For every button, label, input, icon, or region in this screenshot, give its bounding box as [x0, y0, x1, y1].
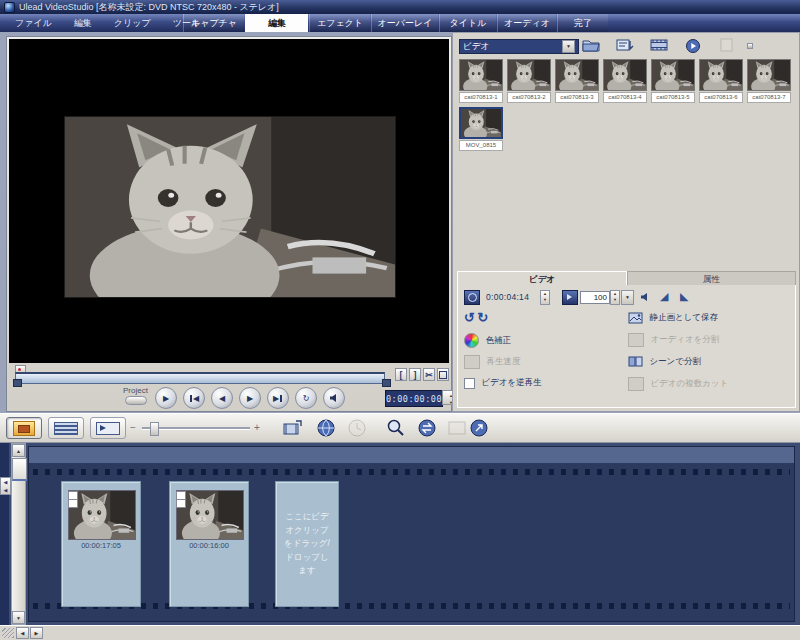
fade-out-button[interactable]: ◣: [680, 290, 688, 303]
storyboard-view-button[interactable]: [6, 417, 42, 439]
thumbnail-image: [459, 59, 503, 91]
split-by-scene-icon: [628, 355, 643, 368]
storyboard-clip[interactable]: 00:00:16:00: [169, 481, 249, 607]
zoom-project-button[interactable]: [385, 418, 407, 440]
enlarge-preview-button[interactable]: [437, 368, 449, 381]
clock-icon: [347, 418, 367, 438]
volume-spinner[interactable]: ▲▼: [610, 290, 620, 305]
batch-convert-button[interactable]: [416, 418, 438, 440]
zoom-in-button[interactable]: +: [254, 422, 260, 433]
rotate-left-button[interactable]: ↺: [464, 311, 475, 325]
thumbnail-label: cat070813-5: [651, 92, 695, 103]
panel-collapse-button[interactable]: [747, 43, 753, 49]
tab-title[interactable]: タイトル: [439, 14, 496, 32]
menu-file[interactable]: ファイル: [4, 14, 63, 32]
repeat-button[interactable]: ↻: [295, 387, 317, 409]
scroll-right-button[interactable]: ▶: [30, 627, 43, 639]
tab-video-options[interactable]: ビデオ: [457, 271, 627, 286]
rotate-right-button[interactable]: ↻: [477, 311, 488, 325]
mark-out-button[interactable]: ]: [409, 368, 421, 381]
library-thumbnail-selected[interactable]: MOV_0815: [459, 107, 503, 151]
library-thumbnail[interactable]: cat070813-6: [699, 59, 743, 103]
storyboard-area: ◀◀ ▲ ▼ 00:00:17:05: [0, 443, 800, 625]
insert-media-button[interactable]: [282, 418, 304, 440]
library-thumbnail[interactable]: cat070813-7: [747, 59, 791, 103]
enlarge-timeline-button[interactable]: [468, 418, 490, 440]
play-button[interactable]: ▶: [155, 387, 177, 409]
horizontal-scrollbar[interactable]: ◀ ▶: [0, 625, 800, 640]
go-end-button[interactable]: ▶: [267, 387, 289, 409]
tab-edit[interactable]: 編集: [245, 14, 308, 32]
split-audio-label: オーディオを分割: [650, 334, 719, 344]
panel-splitter-handle[interactable]: ◀◀: [0, 477, 11, 495]
next-frame-button[interactable]: ▶: [239, 387, 261, 409]
filmstrip-icon: [650, 38, 668, 52]
zoom-out-button[interactable]: −: [130, 422, 136, 433]
sort-clips-button[interactable]: [615, 38, 635, 54]
system-volume-button[interactable]: [323, 387, 345, 409]
scrollbar-thumb[interactable]: [12, 458, 27, 481]
title-bar: Ulead VideoStudio [名称未設定: DVD NTSC 720x4…: [0, 0, 800, 14]
library-folder-select[interactable]: ビデオ ▼: [459, 39, 579, 54]
mark-in-button[interactable]: [: [395, 368, 407, 381]
library-thumbnail[interactable]: cat070813-2: [507, 59, 551, 103]
resize-grip[interactable]: [2, 628, 14, 638]
clip-thumbnail: [176, 490, 244, 540]
tab-capture[interactable]: キャプチャ: [183, 14, 244, 32]
proxy-icon: [447, 419, 467, 437]
multi-trim-icon: [628, 377, 644, 391]
fade-in-button[interactable]: ◢: [660, 290, 668, 303]
storyboard-drop-slot[interactable]: ここにビデオクリップをドラッグ/ドロップします: [275, 481, 339, 607]
cut-clip-button[interactable]: ✂: [423, 368, 435, 381]
tab-share[interactable]: 完了: [557, 14, 608, 32]
chevron-down-icon: ▼: [562, 40, 575, 53]
reverse-playback-label[interactable]: ビデオを逆再生: [481, 377, 541, 387]
project-clip-toggle[interactable]: [125, 396, 147, 405]
library-extra-button[interactable]: [717, 38, 737, 54]
menu-edit[interactable]: 編集: [63, 14, 103, 32]
duration-spinner[interactable]: ▲▼: [540, 290, 550, 305]
library-thumbnail[interactable]: cat070813-5: [651, 59, 695, 103]
library-folder-value: ビデオ: [463, 41, 489, 53]
tab-audio[interactable]: オーディオ: [497, 14, 556, 32]
audio-view-icon: [96, 422, 120, 435]
save-still-label[interactable]: 静止画として保存: [649, 312, 718, 322]
grayed-page-icon: [719, 38, 735, 52]
track-manager-button[interactable]: [346, 418, 368, 440]
prev-frame-button[interactable]: ◀: [211, 387, 233, 409]
mute-icon[interactable]: [640, 292, 650, 302]
menu-bar: ファイル 編集 クリップ ツール キャプチャ 編集 エフェクト オーバーレイ タ…: [0, 14, 800, 32]
app-logo-icon: [4, 2, 15, 13]
video-frame: [65, 117, 395, 297]
scroll-down-button[interactable]: ▼: [12, 611, 25, 624]
go-start-button[interactable]: ◀: [183, 387, 205, 409]
trim-scrubber[interactable]: [15, 372, 385, 384]
scroll-up-button[interactable]: ▲: [12, 444, 25, 457]
split-by-scene-label[interactable]: シーンで分割: [649, 356, 701, 366]
library-thumbnail[interactable]: cat070813-4: [603, 59, 647, 103]
reverse-playback-checkbox[interactable]: [464, 378, 475, 389]
filmstrip-view-button[interactable]: [649, 38, 669, 54]
load-media-button[interactable]: [581, 38, 601, 54]
library-thumbnail[interactable]: cat070813-1: [459, 59, 503, 103]
options-menu-button[interactable]: [683, 38, 703, 54]
multi-trim-label: ビデオの複数カット: [650, 378, 728, 388]
zoom-slider-thumb[interactable]: [150, 422, 159, 436]
vertical-scrollbar[interactable]: ▲ ▼: [11, 443, 26, 625]
audio-view-button[interactable]: [90, 417, 126, 439]
menu-clip[interactable]: クリップ: [103, 14, 162, 32]
smart-proxy-button[interactable]: [446, 418, 468, 440]
browse-media-button[interactable]: [315, 418, 337, 440]
volume-field[interactable]: 100: [580, 291, 610, 304]
volume-dropdown[interactable]: ▼: [621, 290, 634, 305]
next-frame-icon: ▶: [247, 394, 253, 403]
tab-effect[interactable]: エフェクト: [309, 14, 370, 32]
play-icon: ▶: [163, 394, 169, 403]
timeline-view-button[interactable]: [48, 417, 84, 439]
tab-overlay[interactable]: オーバーレイ: [371, 14, 438, 32]
color-correction-label[interactable]: 色補正: [485, 335, 511, 345]
scroll-left-button[interactable]: ◀: [16, 627, 29, 639]
filmstrip: 00:00:17:05 00:00:16:00 ここにビデオクリップをドラッグ/…: [28, 446, 795, 622]
library-thumbnail[interactable]: cat070813-3: [555, 59, 599, 103]
storyboard-clip[interactable]: 00:00:17:05: [61, 481, 141, 607]
